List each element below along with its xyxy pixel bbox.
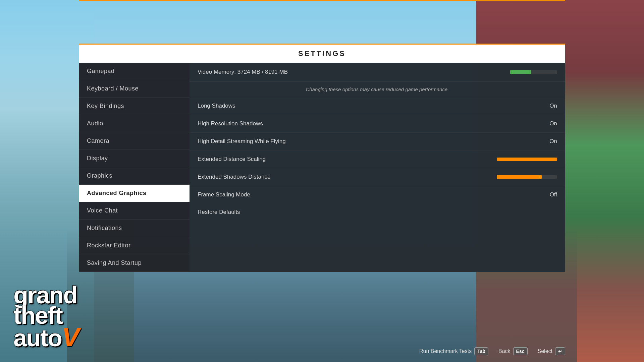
bottom-controls-container: Run Benchmark TestsTabBackEscSelect↵: [419, 347, 565, 355]
logo-v: V: [62, 326, 79, 349]
restore-defaults-row[interactable]: Restore Defaults: [190, 203, 565, 221]
setting-value-high-detail-streaming: On: [537, 138, 557, 145]
setting-value-frame-scaling-mode: Off: [537, 191, 557, 198]
video-memory-bar: Video Memory: 3724 MB / 8191 MB: [190, 63, 565, 82]
key-badge-select: ↵: [555, 347, 565, 355]
setting-label-long-shadows: Long Shadows: [198, 103, 537, 109]
setting-value-high-res-shadows: On: [537, 120, 557, 127]
gta-logo: grand theft autoV: [13, 285, 79, 349]
setting-row-high-detail-streaming[interactable]: High Detail Streaming While FlyingOn: [190, 133, 565, 150]
settings-rows-container: Long ShadowsOnHigh Resolution ShadowsOnH…: [190, 97, 565, 203]
setting-value-long-shadows: On: [537, 103, 557, 109]
video-memory-fill: [510, 70, 531, 74]
sidebar-item-advanced-graphics[interactable]: Advanced Graphics: [79, 185, 190, 202]
settings-title-bar: SETTINGS: [79, 44, 565, 63]
sidebar-item-notifications[interactable]: Notifications: [79, 220, 190, 237]
settings-main: Video Memory: 3724 MB / 8191 MB Changing…: [190, 63, 565, 272]
video-memory-progress: [510, 70, 557, 74]
restore-defaults-label[interactable]: Restore Defaults: [198, 209, 557, 216]
setting-row-high-res-shadows[interactable]: High Resolution ShadowsOn: [190, 115, 565, 133]
setting-slider-fill-extended-shadows-distance: [497, 175, 542, 179]
settings-content: GamepadKeyboard / MouseKey BindingsAudio…: [79, 63, 565, 272]
control-hint-back[interactable]: BackEsc: [498, 347, 528, 355]
settings-panel: SETTINGS GamepadKeyboard / MouseKey Bind…: [79, 44, 565, 272]
setting-label-extended-distance-scaling: Extended Distance Scaling: [198, 156, 497, 163]
sidebar-item-voice-chat[interactable]: Voice Chat: [79, 202, 190, 220]
setting-row-frame-scaling-mode[interactable]: Frame Scaling ModeOff: [190, 186, 565, 203]
setting-label-high-res-shadows: High Resolution Shadows: [198, 120, 537, 127]
key-badge-back: Esc: [513, 347, 528, 355]
setting-label-extended-shadows-distance: Extended Shadows Distance: [198, 174, 497, 180]
setting-row-extended-shadows-distance[interactable]: Extended Shadows Distance: [190, 168, 565, 186]
sidebar-item-key-bindings[interactable]: Key Bindings: [79, 98, 190, 115]
logo-line1: grand theft autoV: [13, 285, 79, 349]
setting-slider-extended-shadows-distance[interactable]: [497, 175, 557, 179]
setting-row-long-shadows[interactable]: Long ShadowsOn: [190, 97, 565, 115]
setting-slider-fill-extended-distance-scaling: [497, 158, 557, 161]
setting-label-frame-scaling-mode: Frame Scaling Mode: [198, 191, 537, 198]
sidebar-item-display[interactable]: Display: [79, 150, 190, 167]
key-badge-benchmark: Tab: [474, 347, 488, 355]
sidebar-items-container: GamepadKeyboard / MouseKey BindingsAudio…: [79, 63, 190, 272]
setting-row-extended-distance-scaling[interactable]: Extended Distance Scaling: [190, 150, 565, 168]
sidebar-item-rockstar-editor[interactable]: Rockstar Editor: [79, 237, 190, 254]
settings-title: SETTINGS: [298, 49, 346, 58]
sidebar-item-gamepad[interactable]: Gamepad: [79, 63, 190, 80]
sidebar-item-graphics[interactable]: Graphics: [79, 167, 190, 185]
settings-sidebar: GamepadKeyboard / MouseKey BindingsAudio…: [79, 63, 190, 272]
control-label-back: Back: [498, 348, 511, 354]
control-hint-select[interactable]: Select↵: [538, 347, 565, 355]
setting-slider-extended-distance-scaling[interactable]: [497, 158, 557, 161]
video-memory-label: Video Memory: 3724 MB / 8191 MB: [198, 69, 503, 75]
sidebar-item-keyboard-mouse[interactable]: Keyboard / Mouse: [79, 80, 190, 98]
sidebar-item-camera[interactable]: Camera: [79, 132, 190, 150]
control-label-select: Select: [538, 348, 552, 354]
sidebar-item-audio[interactable]: Audio: [79, 115, 190, 132]
control-hint-benchmark[interactable]: Run Benchmark TestsTab: [419, 347, 488, 355]
bottom-controls: Run Benchmark TestsTabBackEscSelect↵: [419, 347, 565, 355]
sidebar-item-saving-and-startup[interactable]: Saving And Startup: [79, 254, 190, 272]
control-label-benchmark: Run Benchmark Tests: [419, 348, 472, 354]
warning-text: Changing these options may cause reduced…: [190, 82, 565, 97]
setting-label-high-detail-streaming: High Detail Streaming While Flying: [198, 138, 537, 145]
orange-accent-bar: [79, 0, 565, 1]
